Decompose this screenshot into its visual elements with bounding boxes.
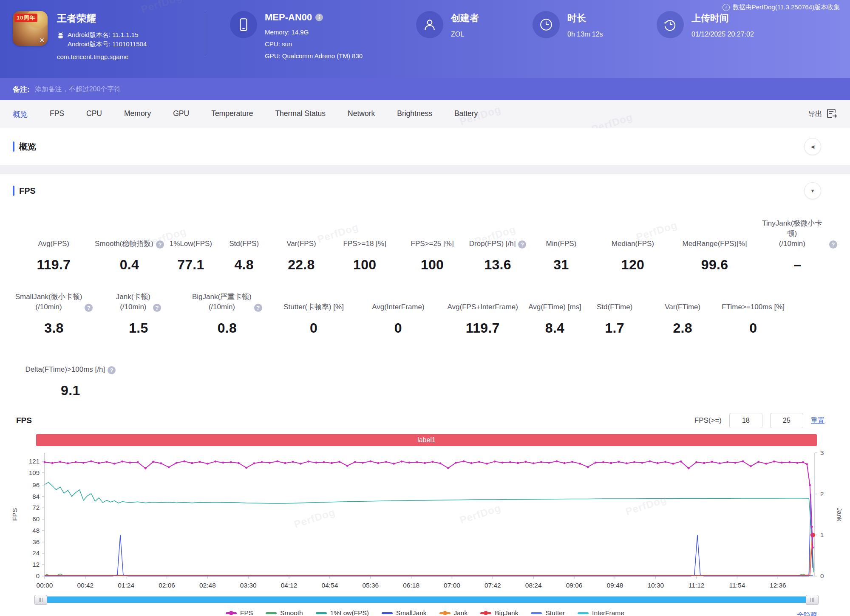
nav-tab[interactable]: CPU [86,109,102,119]
stat-value: 1.5 [129,320,148,336]
legend-label: FPS [240,609,253,616]
chart-scrollbar[interactable] [36,595,817,605]
legend-item[interactable]: 1%Low(FPS) [316,609,369,616]
legend-item[interactable]: Smooth [266,609,303,616]
fps-stat: Stutter(卡顿率) [%] 0 [272,291,355,336]
nav-tab[interactable]: 概览 [13,109,28,119]
svg-text:72: 72 [32,504,40,511]
legend-item[interactable]: Stutter [531,609,565,616]
svg-text:Jank: Jank [836,508,842,522]
stat-label: SmallJank(微小卡顿) (/10min)? [15,291,93,312]
scrollbar-right-handle[interactable] [806,595,819,605]
fps-stat: Avg(InterFrame) 0 [355,291,442,336]
export-button[interactable]: 导出 [808,108,837,120]
collapse-fps-button[interactable]: ▼ [804,182,821,199]
scrollbar-left-handle[interactable] [34,595,47,605]
stat-label: FPS>=25 [%] [411,227,454,249]
svg-text:0: 0 [820,572,824,579]
svg-text:08:24: 08:24 [525,582,542,589]
fps-section: FPS ▼ Avg(FPS) 119.7 Smooth(稳帧指数)? 0.4 1… [0,174,850,616]
legend-label: Stutter [545,609,565,616]
fps-stat: FTime>=100ms [%] 0 [722,291,785,336]
note-bar[interactable]: 备注: 添加备注，不超过200个字符 [0,78,850,100]
fps-title: FPS [19,186,36,196]
stat-value: – [793,257,801,273]
stat-value: 119.7 [37,257,71,273]
svg-text:02:48: 02:48 [199,582,216,589]
fps-section-head: FPS ▼ [0,174,850,207]
fps-stats-row-3: Delta(FTime)>100ms [/h]? 9.1 [0,353,850,398]
hide-all-link[interactable]: 全隐藏 [797,611,817,616]
nav-tab[interactable]: Memory [124,109,151,119]
clock-icon [533,11,560,38]
stat-value: 2.8 [673,320,692,336]
history-icon [657,11,684,38]
fps-stat: Std(FTime) 1.7 [586,291,643,336]
fps-stat: FPS>=25 [%] 100 [397,227,467,273]
device-cpu: CPU: sun [265,38,363,50]
help-icon[interactable]: ? [156,240,164,249]
help-icon[interactable]: ? [829,240,837,249]
svg-text:10:30: 10:30 [647,582,664,589]
legend-swatch [531,610,542,616]
legend-item[interactable]: InterFrame [578,609,624,616]
nav-tab[interactable]: Thermal Status [275,109,326,119]
stat-value: 100 [353,257,376,273]
svg-text:12:36: 12:36 [770,582,786,589]
svg-text:48: 48 [32,527,40,534]
fps-line-chart[interactable]: 01224364860728496109121012300:0000:4201:… [8,449,842,593]
game-logo-mark: ✕ [39,37,45,44]
stat-label: BigJank(严重卡顿) (/10min)? [192,291,262,312]
stat-value: 0 [310,320,317,336]
stat-value: 120 [621,257,644,273]
svg-text:60: 60 [32,516,40,523]
user-icon [416,11,443,38]
collapse-overview-button[interactable]: ◀ [804,138,821,155]
export-icon [826,108,837,120]
help-icon[interactable]: ? [254,304,262,312]
legend-item[interactable]: Jank [439,609,468,616]
report-header: 10周年 ✕ 王者荣耀 Android版本名: 11.1.1.15 Androi… [0,0,850,78]
legend-row: FPS Smooth 1%Low(FPS) [0,609,850,616]
threshold-controls: FPS(>=) 重置 [694,413,824,428]
legend-item[interactable]: BigJank [480,609,518,616]
reset-link[interactable]: 重置 [811,416,824,425]
anniversary-badge: 10周年 [14,14,37,22]
legend-swatch [226,610,237,616]
fps-chart-area: 01224364860728496109121012300:0000:4201:… [0,449,850,593]
nav-tab[interactable]: GPU [173,109,189,119]
legend-label: Smooth [280,609,303,616]
stat-value: 119.7 [466,320,500,336]
legend-label: Jank [454,609,468,616]
fps-stat: Jank(卡顿) (/10min)? 1.5 [95,291,182,336]
nav-tab[interactable]: Temperature [211,109,253,119]
fps-stat: BigJank(严重卡顿) (/10min)? 0.8 [182,291,272,336]
nav-tab[interactable]: Network [348,109,375,119]
nav-tab[interactable]: FPS [50,109,64,119]
help-icon[interactable]: ? [108,366,116,374]
stat-label: MedRange(FPS)[%] [682,227,747,249]
help-icon[interactable]: ? [85,304,93,312]
legend-label: 1%Low(FPS) [330,609,369,616]
fps-threshold-input-1[interactable] [729,413,762,428]
stat-value: 9.1 [61,383,80,398]
stat-value: 99.6 [701,257,728,273]
help-icon[interactable]: ? [153,304,161,312]
svg-text:05:36: 05:36 [362,582,379,589]
info-icon: i [722,4,730,11]
duration-block: 时长 0h 13m 12s [533,11,629,38]
help-icon[interactable]: ? [518,240,526,249]
tab-list: 概览FPSCPUMemoryGPUTemperatureThermal Stat… [13,109,478,119]
fps-threshold-input-2[interactable] [770,413,803,428]
fps-stats-row-1: Avg(FPS) 119.7 Smooth(稳帧指数)? 0.4 1%Low(F… [0,218,850,273]
stat-value: 0 [749,320,757,336]
nav-tab[interactable]: Battery [454,109,478,119]
nav-tab[interactable]: Brightness [397,109,432,119]
chart-region-label[interactable]: label1 [36,434,817,446]
legend-item[interactable]: FPS [226,609,253,616]
legend-item[interactable]: SmallJank [382,609,427,616]
creator-block: 创建者 ZOL [416,11,504,38]
device-info-icon[interactable]: i [315,14,323,21]
scrollbar-track[interactable] [36,596,817,603]
fps-stat: Avg(FPS) 119.7 [13,227,95,273]
